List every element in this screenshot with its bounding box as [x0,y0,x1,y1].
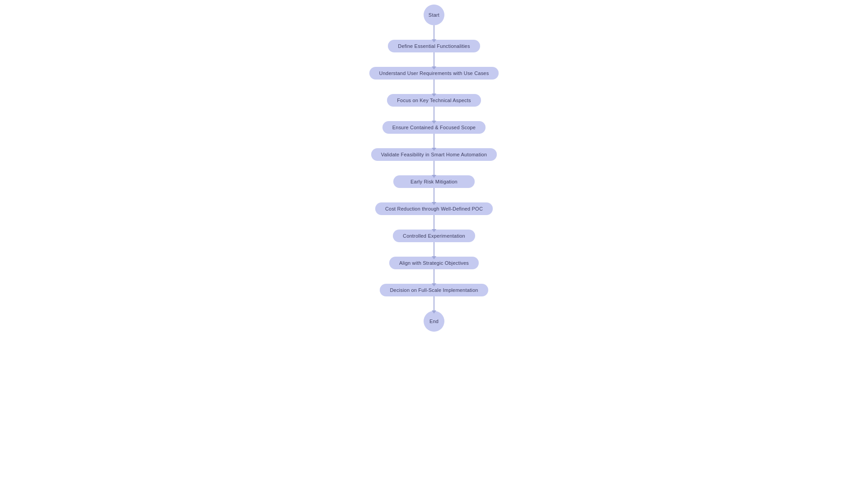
arrow-7 [434,188,434,202]
arrow-9 [434,242,434,257]
flowchart: Start Define Essential Functionalities U… [369,5,499,332]
arrow-5 [434,134,434,148]
arrow-8 [434,215,434,230]
arrow-3 [434,80,434,94]
node-start[interactable]: Start [424,5,444,25]
canvas: Start Define Essential Functionalities U… [0,0,868,488]
arrow-1 [434,25,434,40]
arrow-11 [434,296,434,311]
arrow-10 [434,269,434,284]
arrow-6 [434,161,434,175]
node-end[interactable]: End [424,311,444,332]
arrow-2 [434,52,434,67]
arrow-4 [434,107,434,121]
